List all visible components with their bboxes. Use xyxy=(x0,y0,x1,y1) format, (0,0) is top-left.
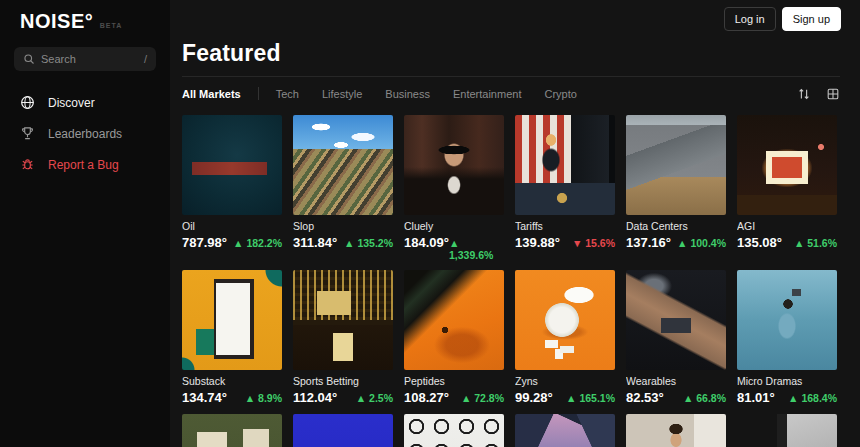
signup-button[interactable]: Sign up xyxy=(782,7,841,31)
grid-view-icon xyxy=(826,87,840,101)
search-placeholder: Search xyxy=(41,53,76,65)
market-name: Data Centers xyxy=(626,220,726,232)
openaikey-market-image xyxy=(737,414,837,447)
tab-business[interactable]: Business xyxy=(385,88,430,100)
main-content: Log in Sign up Featured All MarketsTechL… xyxy=(170,0,860,447)
market-price: 81.01° xyxy=(737,390,775,405)
market-price-row: 81.01°▲ 168.4% xyxy=(737,390,837,405)
market-price: 135.08° xyxy=(737,235,782,250)
market-grid: Oil787.98°▲ 182.2%Slop311.84°▲ 135.2%Clu… xyxy=(182,115,840,447)
market-change-up: ▲ 8.9% xyxy=(245,392,282,404)
market-card-sportsbetting[interactable]: Sports Betting112.04°▲ 2.5% xyxy=(293,270,393,405)
sort-icon xyxy=(797,87,811,101)
market-card-crab[interactable] xyxy=(293,414,393,447)
category-tabs: All MarketsTechLifestyleBusinessEntertai… xyxy=(182,87,600,100)
brand-logo[interactable]: NOISE° BETA xyxy=(14,8,156,33)
market-change-up: ▲ 135.2% xyxy=(344,237,393,249)
tab-crypto[interactable]: Crypto xyxy=(544,88,576,100)
market-card-tariffs[interactable]: Tariffs139.88°▼ 15.6% xyxy=(515,115,615,261)
market-price: 311.84° xyxy=(293,235,337,250)
market-card-peptides[interactable]: Peptides108.27°▲ 72.8% xyxy=(404,270,504,405)
market-change-up: ▲ 2.5% xyxy=(356,392,393,404)
market-card-openaikey[interactable] xyxy=(737,414,837,447)
market-name: Sports Betting xyxy=(293,375,393,387)
brand-name: NOISE° xyxy=(20,10,93,32)
market-price-row: 108.27°▲ 72.8% xyxy=(404,390,504,405)
market-card-suitportrait[interactable] xyxy=(626,414,726,447)
trophy-icon xyxy=(20,126,35,141)
market-card-agi[interactable]: AGI135.08°▲ 51.6% xyxy=(737,115,837,261)
market-name: Slop xyxy=(293,220,393,232)
tab-entertainment[interactable]: Entertainment xyxy=(453,88,521,100)
market-price: 184.09° xyxy=(404,235,449,250)
market-price: 108.27° xyxy=(404,390,449,405)
sort-button[interactable] xyxy=(797,87,811,101)
oil-market-image xyxy=(182,115,282,215)
microdramas-market-image xyxy=(737,270,837,370)
market-change-up: ▲ 165.1% xyxy=(566,392,615,404)
market-price: 139.88° xyxy=(515,235,560,250)
grid-toolbar xyxy=(797,87,840,101)
sidebar-item-discover[interactable]: Discover xyxy=(14,87,156,118)
market-name: AGI xyxy=(737,220,837,232)
market-price: 112.04° xyxy=(293,390,337,405)
market-price: 137.16° xyxy=(626,235,671,250)
tab-tech[interactable]: Tech xyxy=(276,88,299,100)
market-price: 787.98° xyxy=(182,235,227,250)
bug-icon xyxy=(20,157,35,172)
market-card-cluely[interactable]: Cluely184.09°▲ 1,339.6% xyxy=(404,115,504,261)
market-name: Peptides xyxy=(404,375,504,387)
market-change-up: ▲ 51.6% xyxy=(794,237,837,249)
market-card-substack[interactable]: Substack134.74°▲ 8.9% xyxy=(182,270,282,405)
auth-buttons: Log in Sign up xyxy=(724,7,841,31)
market-change-up: ▲ 168.4% xyxy=(788,392,837,404)
market-price-row: 99.28°▲ 165.1% xyxy=(515,390,615,405)
market-name: Substack xyxy=(182,375,282,387)
wearables-market-image xyxy=(626,270,726,370)
market-price-row: 134.74°▲ 8.9% xyxy=(182,390,282,405)
market-price-row: 112.04°▲ 2.5% xyxy=(293,390,393,405)
slop-market-image xyxy=(293,115,393,215)
market-name: Oil xyxy=(182,220,282,232)
brand-beta-tag: BETA xyxy=(100,22,123,29)
market-card-microdramas[interactable]: Micro Dramas81.01°▲ 168.4% xyxy=(737,270,837,405)
zyns-market-image xyxy=(515,270,615,370)
market-price-row: 184.09°▲ 1,339.6% xyxy=(404,235,504,261)
market-card-oil[interactable]: Oil787.98°▲ 182.2% xyxy=(182,115,282,261)
grid-view-button[interactable] xyxy=(826,87,840,101)
market-card-globes[interactable] xyxy=(404,414,504,447)
market-card-skyscrapers[interactable] xyxy=(515,414,615,447)
market-name: Wearables xyxy=(626,375,726,387)
market-change-down: ▼ 15.6% xyxy=(572,237,615,249)
market-card-grandma[interactable] xyxy=(182,414,282,447)
market-name: Micro Dramas xyxy=(737,375,837,387)
sidebar-nav: Discover Leaderboards Report a Bug xyxy=(14,87,156,180)
suitportrait-market-image xyxy=(626,414,726,447)
market-card-zyns[interactable]: Zyns99.28°▲ 165.1% xyxy=(515,270,615,405)
market-card-slop[interactable]: Slop311.84°▲ 135.2% xyxy=(293,115,393,261)
tab-lifestyle[interactable]: Lifestyle xyxy=(322,88,362,100)
market-price-row: 135.08°▲ 51.6% xyxy=(737,235,837,250)
market-card-datacenters[interactable]: Data Centers137.16°▲ 100.4% xyxy=(626,115,726,261)
market-name: Tariffs xyxy=(515,220,615,232)
market-change-up: ▲ 66.8% xyxy=(683,392,726,404)
market-price-row: 787.98°▲ 182.2% xyxy=(182,235,282,250)
sidebar-item-report-a-bug[interactable]: Report a Bug xyxy=(14,149,156,180)
cluely-market-image xyxy=(404,115,504,215)
market-change-up: ▲ 100.4% xyxy=(677,237,726,249)
login-button[interactable]: Log in xyxy=(724,7,776,31)
agi-market-image xyxy=(737,115,837,215)
market-name: Zyns xyxy=(515,375,615,387)
market-price: 82.53° xyxy=(626,390,664,405)
sidebar: NOISE° BETA Search / Discover Leaderboar… xyxy=(0,0,170,447)
search-shortcut-key: / xyxy=(144,53,147,65)
sidebar-item-label: Report a Bug xyxy=(48,158,119,172)
datacenters-market-image xyxy=(626,115,726,215)
search-input[interactable]: Search / xyxy=(14,47,156,71)
tab-all-markets[interactable]: All Markets xyxy=(182,88,241,100)
sidebar-item-label: Discover xyxy=(48,96,95,110)
peptides-market-image xyxy=(404,270,504,370)
sidebar-item-leaderboards[interactable]: Leaderboards xyxy=(14,118,156,149)
market-card-wearables[interactable]: Wearables82.53°▲ 66.8% xyxy=(626,270,726,405)
market-change-up: ▲ 1,339.6% xyxy=(449,237,504,261)
